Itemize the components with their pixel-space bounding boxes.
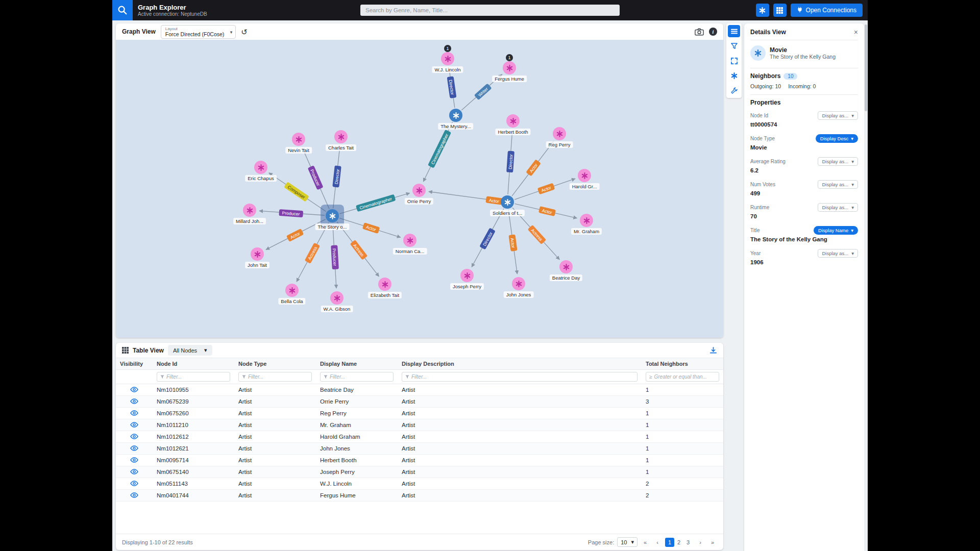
filters-icon[interactable] <box>728 40 740 52</box>
filter-node-type-input[interactable] <box>248 374 308 380</box>
column-header-node-type[interactable]: Node Type <box>234 358 316 370</box>
visibility-eye-icon[interactable] <box>130 445 138 451</box>
cell-node-type: Artist <box>234 443 316 455</box>
graph-node-the-story[interactable] <box>326 209 339 222</box>
graph-node-orrie-perry[interactable] <box>412 184 426 197</box>
graph-view-toggle-button[interactable] <box>756 4 769 17</box>
visibility-eye-icon[interactable] <box>130 398 138 404</box>
graph-node-mr-graham[interactable] <box>580 214 593 227</box>
table-row[interactable]: Nm0675239ArtistOrrie PerryArtist3 <box>116 396 723 408</box>
node-styling-icon[interactable] <box>728 69 740 82</box>
display-as-selector[interactable]: Display as...▾ <box>818 157 858 166</box>
graph-node-joseph-perry[interactable] <box>460 269 474 282</box>
visibility-eye-icon[interactable] <box>130 422 138 428</box>
open-connections-button[interactable]: Open Connections <box>791 4 863 17</box>
cell-node-type: Artist <box>234 408 316 419</box>
graph-node-harold-graham[interactable] <box>578 169 591 182</box>
app-logo-magnifier-icon[interactable] <box>112 0 133 20</box>
next-page-icon[interactable]: › <box>696 538 705 547</box>
graph-node-label: Beatrice Day <box>550 274 582 281</box>
graph-node-wa-gibson[interactable] <box>330 291 344 305</box>
display-attribute-button[interactable]: Display Name▾ <box>814 226 858 235</box>
column-header-display-description[interactable]: Display Description <box>398 358 642 370</box>
filter-display-name[interactable] <box>320 372 394 382</box>
filter-node-id[interactable] <box>157 372 230 382</box>
chevron-down-icon: ▾ <box>851 228 853 233</box>
column-header-visibility[interactable]: Visibility <box>116 358 153 370</box>
display-as-selector[interactable]: Display as...▾ <box>818 203 858 212</box>
graph-node-wj-lincoln[interactable] <box>441 52 454 65</box>
download-icon[interactable] <box>709 346 717 354</box>
filter-total-neighbors-input[interactable] <box>654 374 716 380</box>
graph-node-millard-johnson[interactable] <box>243 204 256 217</box>
graph-node-john-jones[interactable] <box>512 277 525 290</box>
table-row[interactable]: Nm1012621ArtistJohn JonesArtist1 <box>116 443 723 455</box>
graph-node-reg-perry[interactable] <box>553 127 566 140</box>
page-size-selector[interactable]: 10 ▾ <box>617 537 638 547</box>
last-page-icon[interactable]: » <box>708 538 717 547</box>
graph-node-nevin-tait[interactable] <box>292 133 305 146</box>
page-button-3[interactable]: 3 <box>683 538 693 547</box>
filter-display-description[interactable] <box>402 372 638 382</box>
visibility-eye-icon[interactable] <box>130 410 138 416</box>
info-icon[interactable]: i <box>709 28 717 36</box>
page-button-2[interactable]: 2 <box>674 538 683 547</box>
scrollbar[interactable] <box>864 20 868 551</box>
graph-node-john-tait[interactable] <box>251 247 264 261</box>
page-button-1[interactable]: 1 <box>665 538 674 547</box>
graph-node-norman-campbell[interactable] <box>403 234 416 247</box>
graph-node-elizabeth-tait[interactable] <box>378 278 391 291</box>
filter-node-type[interactable] <box>238 372 312 382</box>
graph-node-bella-cola[interactable] <box>285 284 299 297</box>
cell-node-type: Artist <box>234 396 316 408</box>
filter-display-description-input[interactable] <box>411 374 634 380</box>
expand-icon[interactable] <box>728 55 740 67</box>
graph-node-fergus-hume[interactable] <box>503 61 516 74</box>
refresh-layout-button[interactable]: ↺ <box>241 28 248 36</box>
first-page-icon[interactable]: « <box>641 538 650 547</box>
table-row[interactable]: Nm0511143ArtistW.J. LincolnArtist2 <box>116 478 723 490</box>
screenshot-camera-icon[interactable] <box>695 28 704 36</box>
visibility-eye-icon[interactable] <box>130 457 138 463</box>
display-as-selector[interactable]: Display as...▾ <box>818 111 858 120</box>
graph-node-herbert-booth[interactable] <box>506 114 520 128</box>
table-scope-selector[interactable]: All Nodes ▾ <box>168 345 212 356</box>
cell-node-id: Nm1011210 <box>153 419 234 431</box>
display-attribute-button[interactable]: Display Desc▾ <box>816 134 858 143</box>
visibility-eye-icon[interactable] <box>130 492 138 498</box>
table-row[interactable]: Nm1012612ArtistHarold GrahamArtist1 <box>116 431 723 443</box>
filter-node-id-input[interactable] <box>166 374 227 380</box>
table-row[interactable]: Nm0675140ArtistJoseph PerryArtist1 <box>116 466 723 478</box>
graph-node-charles-tait[interactable] <box>334 130 348 143</box>
display-as-selector[interactable]: Display as...▾ <box>818 249 858 258</box>
filter-display-name-input[interactable] <box>330 374 390 380</box>
table-row[interactable]: Nm0401744ArtistFergus HumeArtist2 <box>116 490 723 502</box>
layout-selector[interactable]: Layout Force Directed (F0Cose) ▾ <box>161 25 236 39</box>
close-icon[interactable]: × <box>854 29 858 36</box>
table-row[interactable]: Nm0095714ArtistHerbert BoothArtist1 <box>116 455 723 466</box>
table-row[interactable]: Nm1011210ArtistMr. GrahamArtist1 <box>116 419 723 431</box>
filter-total-neighbors[interactable]: ≥ <box>646 372 719 382</box>
table-row[interactable]: Nm1010955ArtistBeatrice DayArtist1 <box>116 384 723 396</box>
search-input[interactable] <box>360 5 620 16</box>
display-as-selector[interactable]: Display as...▾ <box>818 180 858 189</box>
column-header-node-id[interactable]: Node Id <box>153 358 234 370</box>
visibility-eye-icon[interactable] <box>130 481 138 486</box>
details-panel-icon[interactable] <box>728 25 740 37</box>
graph-node-beatrice-day[interactable] <box>559 260 573 273</box>
visibility-eye-icon[interactable] <box>130 434 138 439</box>
graph-node-soldiers[interactable] <box>501 195 514 209</box>
previous-page-icon[interactable]: ‹ <box>653 538 662 547</box>
column-header-total-neighbors[interactable]: Total Neighbors <box>642 358 723 370</box>
graph-canvas[interactable]: DirectorWriterCinematographerProducerDir… <box>116 40 723 338</box>
scrollbar-thumb[interactable] <box>865 24 867 111</box>
table-view-toggle-button[interactable] <box>773 4 787 17</box>
visibility-eye-icon[interactable] <box>130 469 138 474</box>
table-row[interactable]: Nm0675260ArtistReg PerryArtist1 <box>116 408 723 419</box>
cell-total-neighbors: 3 <box>642 396 723 408</box>
edge-styling-wrench-icon[interactable] <box>728 84 740 96</box>
visibility-eye-icon[interactable] <box>130 387 138 392</box>
column-header-display-name[interactable]: Display Name <box>316 358 398 370</box>
graph-node-the-mystery[interactable] <box>449 109 462 122</box>
graph-node-eric-chapus[interactable] <box>254 161 267 174</box>
